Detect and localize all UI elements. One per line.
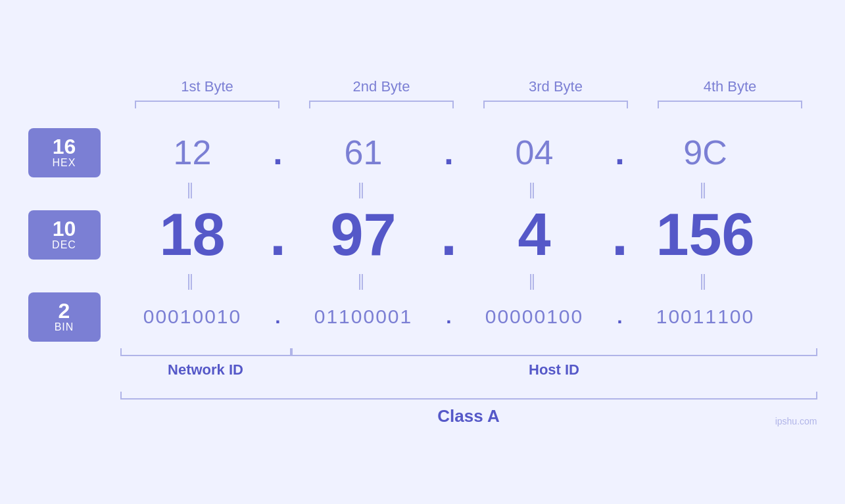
byte4-header: 4th Byte [658,78,802,95]
bin-dot1: . [265,306,291,328]
hex-dot3: . [607,133,633,172]
byte3-header: 3rd Byte [483,78,628,95]
eq2-b2: ‖ [291,271,436,290]
network-bracket [120,348,291,356]
bin-dot2: . [436,306,462,328]
eq2-b4: ‖ [633,271,778,290]
equals-row-1: ‖ ‖ ‖ ‖ [120,177,817,201]
dec-byte3: 4 [462,201,607,269]
hex-byte1: 12 [120,133,265,172]
dec-base-label: DEC [52,239,76,251]
hex-row: 16 HEX 12 . 61 . 04 . 9C [28,128,817,177]
byte1-header: 1st Byte [135,78,279,95]
bin-dot3: . [607,306,633,328]
top-bracket-3 [483,101,628,108]
eq1-b4: ‖ [633,180,778,198]
dec-dot1: . [265,201,291,269]
hex-dot1: . [265,133,291,172]
bin-byte1: 00010010 [120,306,265,328]
hex-byte2: 61 [291,133,436,172]
host-bracket [291,348,817,356]
bin-base-label: BIN [55,321,74,333]
hex-dot2: . [436,133,462,172]
bin-row: 2 BIN 00010010 . 01100001 . 00000100 . 1… [28,292,817,342]
top-bracket-4 [658,101,802,108]
top-bracket-2 [309,101,454,108]
class-bracket-line [120,392,817,400]
hex-values: 12 . 61 . 04 . 9C [120,133,817,172]
byte2-header: 2nd Byte [309,78,454,95]
eq2-b1: ‖ [120,271,265,290]
hex-byte3: 04 [462,133,607,172]
host-id-label: Host ID [291,361,817,378]
dec-base-number: 10 [53,218,76,239]
dec-byte2: 97 [291,201,436,269]
dec-values: 18 . 97 . 4 . 156 [120,201,817,269]
watermark: ipshu.com [775,416,817,426]
top-brackets [120,101,817,108]
bin-values: 00010010 . 01100001 . 00000100 . 1001110… [120,306,817,328]
dec-dot3: . [607,201,633,269]
bin-byte4: 10011100 [633,306,778,328]
dec-byte1: 18 [120,201,265,269]
dec-dot2: . [436,201,462,269]
hex-base-label: HEX [53,157,76,169]
bottom-brackets [120,348,817,356]
bin-byte2: 01100001 [291,306,436,328]
eq1-b2: ‖ [291,180,436,198]
equals-row-2: ‖ ‖ ‖ ‖ [120,269,817,292]
eq2-b3: ‖ [462,271,607,290]
hex-byte4: 9C [633,133,778,172]
hex-badge: 16 HEX [28,128,101,177]
eq1-b1: ‖ [120,180,265,198]
bracket-labels: Network ID Host ID [120,361,817,378]
bin-badge: 2 BIN [28,292,101,342]
top-bracket-1 [135,101,279,108]
bin-byte3: 00000100 [462,306,607,328]
class-label: Class A [120,406,817,426]
network-id-label: Network ID [120,361,291,378]
bin-base-number: 2 [59,300,70,321]
dec-row: 10 DEC 18 . 97 . 4 . 156 [28,201,817,269]
dec-badge: 10 DEC [28,210,101,260]
hex-base-number: 16 [53,136,76,157]
eq1-b3: ‖ [462,180,607,198]
dec-byte4: 156 [633,201,778,269]
class-bracket-wrap: Class A [120,392,817,426]
byte-headers: 1st Byte 2nd Byte 3rd Byte 4th Byte [120,78,817,95]
